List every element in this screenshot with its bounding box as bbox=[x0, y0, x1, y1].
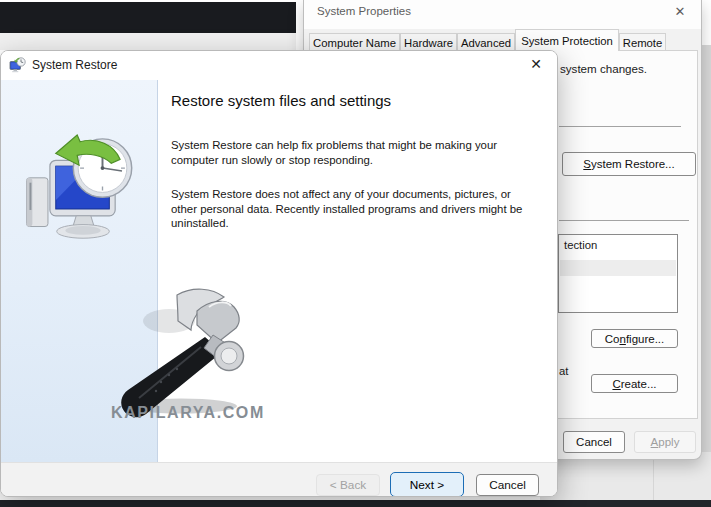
background-window-seam bbox=[653, 455, 654, 503]
screen: System Properties ✕ Computer Name Hardwa… bbox=[0, 0, 711, 507]
system-restore-button[interactable]: System Restore... bbox=[562, 152, 696, 176]
wizard-paragraph-2: System Restore does not affect any of yo… bbox=[171, 187, 556, 231]
wizard-titlebar: System Restore ✕ bbox=[1, 51, 557, 80]
next-button[interactable]: Next > bbox=[390, 472, 464, 497]
section-separator bbox=[559, 126, 681, 127]
section-separator bbox=[559, 220, 689, 221]
configure-button[interactable]: Configure... bbox=[591, 329, 678, 348]
wizard-cancel-button[interactable]: Cancel bbox=[476, 474, 539, 496]
tab-hardware[interactable]: Hardware bbox=[400, 33, 457, 51]
tab-remote[interactable]: Remote bbox=[619, 33, 666, 51]
close-icon[interactable]: ✕ bbox=[669, 2, 691, 22]
create-hint-text-fragment: at bbox=[559, 365, 568, 377]
background-right-band bbox=[702, 45, 711, 503]
system-restore-illustration bbox=[19, 134, 149, 246]
wizard-footer bbox=[1, 462, 558, 497]
sysprops-apply-button[interactable]: Apply bbox=[634, 431, 696, 453]
close-icon[interactable]: ✕ bbox=[524, 53, 548, 75]
undo-changes-text-fragment: system changes. bbox=[560, 62, 647, 75]
sysprops-cancel-button[interactable]: Cancel bbox=[563, 431, 625, 453]
selected-drive-row[interactable] bbox=[560, 260, 676, 276]
wizard-heading: Restore system files and settings bbox=[171, 92, 391, 109]
protection-drives-list[interactable]: tection bbox=[558, 234, 678, 313]
tab-system-protection[interactable]: System Protection bbox=[515, 29, 619, 51]
background-bottom-bar bbox=[0, 500, 711, 507]
list-header-protection-fragment: tection bbox=[559, 235, 677, 251]
system-properties-titlebar: System Properties ✕ bbox=[304, 0, 701, 29]
wizard-paragraph-1: System Restore can help fix problems tha… bbox=[171, 138, 556, 167]
wizard-title: System Restore bbox=[32, 58, 117, 72]
system-properties-title: System Properties bbox=[317, 5, 411, 17]
tab-computer-name[interactable]: Computer Name bbox=[309, 33, 400, 51]
watermark-text: KAPILARYA.COM bbox=[111, 404, 265, 422]
hammer-watermark-image bbox=[109, 285, 277, 423]
create-button[interactable]: Create... bbox=[591, 374, 678, 393]
tab-advanced[interactable]: Advanced bbox=[457, 33, 515, 51]
background-gray-strip bbox=[0, 33, 296, 50]
system-restore-icon bbox=[9, 57, 26, 74]
background-dark-window bbox=[0, 2, 296, 33]
system-restore-wizard-dialog: System Restore ✕ bbox=[0, 50, 558, 497]
back-button[interactable]: < Back bbox=[316, 474, 380, 496]
